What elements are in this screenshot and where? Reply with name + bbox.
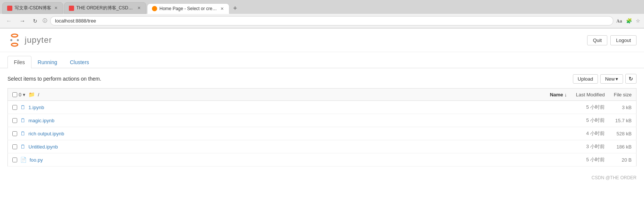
file-last-modified-3: 3 小时前 [571,140,609,153]
jupyter-logo-text: jupyter [25,35,52,45]
file-size-4: 20 B [609,153,636,166]
read-mode-icon[interactable]: 𝐀𝐚 [616,18,622,24]
tab-1-favicon [7,6,12,11]
toolbar-right: Upload New ▾ ↻ [573,74,637,84]
table-row: 🗒 rich output.ipynb 4 小时前 528 kB [8,127,637,140]
last-modified-col-header[interactable]: Last Modified [576,92,605,98]
tab-running[interactable]: Running [31,56,64,68]
svg-point-2 [10,39,12,41]
file-size-3: 186 kB [609,140,636,153]
file-last-modified-0: 5 小时前 [571,101,609,114]
new-button[interactable]: New ▾ [600,74,623,84]
tab-bar: 写文章-CSDN博客 ✕ THE ORDER的博客_CSDN博客-R ✕ Hom… [0,0,644,14]
file-size-2: 528 kB [609,127,636,140]
file-icon-4: 📄 [20,157,27,163]
jupyter-logo-icon [7,33,22,47]
svg-point-1 [12,43,18,46]
jupyter-header: jupyter Quit Logout [0,28,644,52]
jupyter-app: jupyter Quit Logout Files Running Cluste… [0,28,644,194]
tab-2-close[interactable]: ✕ [137,6,141,10]
file-link-0[interactable]: 1.ipynb [28,105,44,110]
info-icon: ⓘ [43,18,47,24]
name-col-header[interactable]: Name ↓ [550,92,567,98]
tab-3[interactable]: Home Page - Select or create a n ✕ [147,3,229,14]
table-row: 📄 foo.py 5 小时前 20 B [8,153,637,166]
file-checkbox-4[interactable] [12,158,17,162]
quit-button[interactable]: Quit [587,35,607,45]
file-icon-1: 🗒 [20,117,25,123]
refresh-icon: ↻ [629,76,633,82]
file-link-3[interactable]: Untitled.ipynb [28,144,58,150]
tab-3-favicon [152,6,157,11]
extensions-icon[interactable]: 🧩 [626,18,632,24]
footer: CSDN @THE ORDER [0,172,644,183]
table-row: 🗒 Untitled.ipynb 3 小时前 186 kB [8,140,637,153]
file-checkbox-3[interactable] [12,144,17,149]
tab-1[interactable]: 写文章-CSDN博客 ✕ [2,2,63,14]
file-checkbox-0[interactable] [12,105,17,110]
tab-3-close[interactable]: ✕ [220,6,225,11]
table-row: 🗒 1.ipynb 5 小时前 3 kB [8,101,637,114]
table-row: 🗒 magic.ipynb 5 小时前 15.7 kB [8,114,637,127]
file-last-modified-1: 5 小时前 [571,114,609,127]
header-actions: Quit Logout [587,35,637,45]
nav-tabs: Files Running Clusters [0,52,644,68]
folder-icon: 📁 [28,92,35,98]
dropdown-icon[interactable]: ▾ [23,92,25,98]
svg-point-3 [17,39,19,41]
file-size-col-header[interactable]: File size [614,92,632,98]
footer-text: CSDN @THE ORDER [592,175,637,180]
select-message: Select items to perform actions on them. [7,76,101,82]
logout-button[interactable]: Logout [610,35,637,45]
folder-path: / [38,92,39,98]
file-last-modified-4: 5 小时前 [571,153,609,166]
tab-2-title: THE ORDER的博客_CSDN博客-R [76,5,134,11]
select-all-checkbox[interactable] [12,92,17,97]
tab-1-close[interactable]: ✕ [54,6,58,10]
address-bar: ← → ↻ ⓘ 𝐀𝐚 🧩 ☆ [0,14,644,28]
file-link-4[interactable]: foo.py [30,157,43,163]
upload-button[interactable]: Upload [573,74,598,84]
select-count: 0 [19,92,21,98]
file-icon-0: 🗒 [20,104,25,110]
back-button[interactable]: ← [4,17,14,25]
new-tab-button[interactable]: + [230,3,240,14]
refresh-button[interactable]: ↻ [31,17,40,25]
browser-chrome: 写文章-CSDN博客 ✕ THE ORDER的博客_CSDN博客-R ✕ Hom… [0,0,644,28]
tab-clusters[interactable]: Clusters [64,56,95,68]
tab-3-title: Home Page - Select or create a n [159,6,217,11]
tab-2[interactable]: THE ORDER的博客_CSDN博客-R ✕ [64,2,146,14]
tab-files[interactable]: Files [7,56,31,68]
file-size-0: 3 kB [609,101,636,114]
file-table: 0 ▾ 📁 / Name ↓ La [7,88,637,166]
file-checkbox-1[interactable] [12,118,17,123]
file-link-1[interactable]: magic.ipynb [28,118,54,123]
file-browser-toolbar: Select items to perform actions on them.… [7,74,637,84]
file-link-2[interactable]: rich output.ipynb [28,131,64,136]
address-bar-icons: 𝐀𝐚 🧩 ☆ [616,18,640,24]
url-input[interactable] [50,16,613,26]
tab-2-favicon [69,6,74,11]
select-all-area: 0 ▾ [12,92,25,98]
forward-button[interactable]: → [17,17,28,25]
tab-1-title: 写文章-CSDN博客 [15,5,51,11]
refresh-files-button[interactable]: ↻ [625,74,637,84]
file-browser: Select items to perform actions on them.… [0,68,644,172]
file-table-body: 🗒 1.ipynb 5 小时前 3 kB 🗒 magic.ipynb 5 小时前… [8,101,637,166]
file-size-1: 15.7 kB [609,114,636,127]
file-table-header: 0 ▾ 📁 / Name ↓ La [8,88,637,101]
jupyter-logo: jupyter [7,33,52,47]
favorites-icon[interactable]: ☆ [636,18,640,24]
file-icon-3: 🗒 [20,144,25,150]
file-last-modified-2: 4 小时前 [571,127,609,140]
svg-point-0 [12,34,18,37]
file-icon-2: 🗒 [20,130,25,136]
file-checkbox-2[interactable] [12,131,17,136]
